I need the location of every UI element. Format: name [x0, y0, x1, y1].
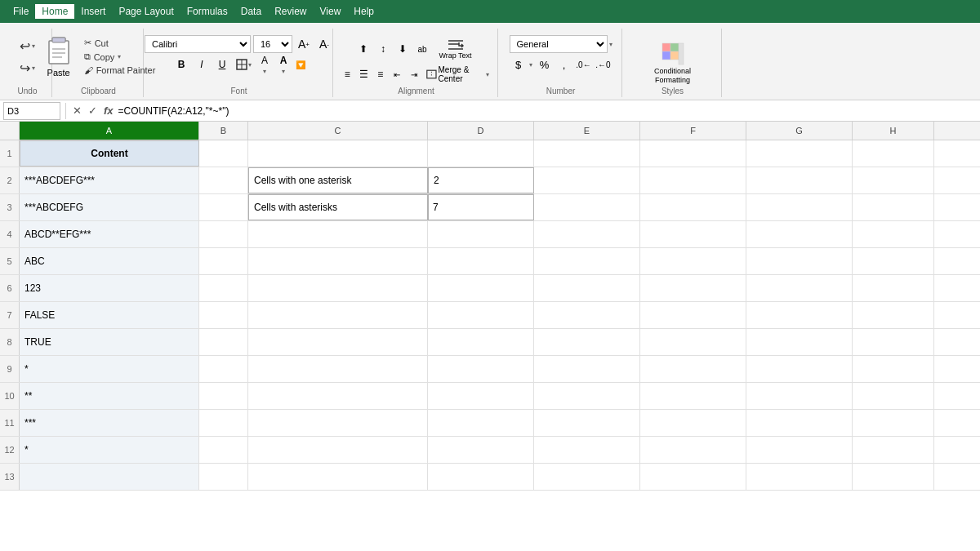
- align-bottom-button[interactable]: ⬇: [394, 40, 412, 58]
- paste-button[interactable]: Paste: [39, 33, 78, 79]
- grid-cell[interactable]: [248, 410, 428, 436]
- grid-cell[interactable]: [428, 464, 534, 490]
- grid-cell[interactable]: Content: [20, 140, 199, 167]
- grid-cell[interactable]: [534, 221, 640, 247]
- grid-cell[interactable]: [248, 329, 428, 355]
- grid-cell[interactable]: TRUE: [20, 329, 199, 355]
- grid-cell[interactable]: [199, 302, 248, 328]
- col-header-g[interactable]: G: [746, 122, 853, 140]
- redo-button[interactable]: ↪ ▾: [16, 59, 38, 78]
- grid-cell[interactable]: [853, 140, 934, 167]
- grid-cell[interactable]: [428, 302, 534, 328]
- grid-cell[interactable]: [534, 464, 640, 490]
- grid-cell[interactable]: [640, 302, 746, 328]
- grid-cell[interactable]: [199, 329, 248, 355]
- align-top-button[interactable]: ⬆: [354, 40, 372, 58]
- grid-cell[interactable]: [640, 167, 746, 193]
- formula-input[interactable]: [118, 102, 977, 120]
- grid-cell[interactable]: [746, 167, 853, 193]
- menu-page-layout[interactable]: Page Layout: [112, 4, 180, 19]
- grid-cell[interactable]: 7: [428, 194, 534, 220]
- fill-color-button[interactable]: A ▾: [256, 56, 273, 73]
- col-header-f[interactable]: F: [640, 122, 746, 140]
- grid-cell[interactable]: [428, 221, 534, 247]
- underline-button[interactable]: U: [213, 56, 231, 73]
- row-number[interactable]: 8: [0, 329, 20, 355]
- increase-font-button[interactable]: A+: [295, 35, 313, 53]
- grid-cell[interactable]: [199, 383, 248, 409]
- grid-cell[interactable]: ***: [20, 410, 199, 436]
- grid-cell[interactable]: [534, 275, 640, 301]
- grid-cell[interactable]: [199, 167, 248, 193]
- grid-cell[interactable]: [853, 248, 934, 274]
- grid-cell[interactable]: [248, 464, 428, 490]
- grid-cell[interactable]: [248, 383, 428, 409]
- grid-cell[interactable]: [428, 140, 534, 167]
- grid-cell[interactable]: [199, 140, 248, 167]
- grid-cell[interactable]: Cells with asterisks: [248, 194, 428, 220]
- grid-cell[interactable]: **: [20, 383, 199, 409]
- align-left-button[interactable]: ≡: [340, 65, 354, 83]
- grid-cell[interactable]: [640, 248, 746, 274]
- col-header-h[interactable]: H: [853, 122, 934, 140]
- grid-cell[interactable]: [853, 275, 934, 301]
- grid-cell[interactable]: [746, 383, 853, 409]
- grid-cell[interactable]: [428, 437, 534, 463]
- grid-cell[interactable]: [428, 329, 534, 355]
- grid-cell[interactable]: [853, 410, 934, 436]
- grid-cell[interactable]: [534, 302, 640, 328]
- grid-cell[interactable]: [248, 275, 428, 301]
- grid-cell[interactable]: [746, 329, 853, 355]
- increase-decimal-button[interactable]: .←0: [595, 56, 612, 73]
- menu-file[interactable]: File: [7, 4, 35, 19]
- grid-cell[interactable]: [534, 410, 640, 436]
- formula-fx-icon[interactable]: fx: [102, 103, 115, 118]
- grid-cell[interactable]: [746, 140, 853, 167]
- grid-cell[interactable]: [534, 167, 640, 193]
- row-number[interactable]: 10: [0, 383, 20, 409]
- cell-reference-box[interactable]: D3: [3, 102, 60, 120]
- grid-cell[interactable]: [853, 356, 934, 382]
- grid-cell[interactable]: [534, 248, 640, 274]
- grid-cell[interactable]: FALSE: [20, 302, 199, 328]
- text-orient-button[interactable]: ab: [413, 40, 431, 58]
- font-name-select[interactable]: Calibri: [145, 35, 251, 53]
- grid-cell[interactable]: [20, 464, 199, 490]
- grid-cell[interactable]: [199, 410, 248, 436]
- grid-cell[interactable]: [853, 221, 934, 247]
- row-number[interactable]: 1: [0, 140, 20, 167]
- grid-cell[interactable]: *: [20, 437, 199, 463]
- grid-cell[interactable]: [746, 356, 853, 382]
- grid-cell[interactable]: ABC: [20, 248, 199, 274]
- grid-cell[interactable]: [640, 437, 746, 463]
- grid-cell[interactable]: [640, 194, 746, 220]
- grid-cell[interactable]: [428, 410, 534, 436]
- grid-cell[interactable]: ***ABCDEFG***: [20, 167, 199, 193]
- menu-help[interactable]: Help: [347, 4, 381, 19]
- grid-cell[interactable]: [428, 248, 534, 274]
- grid-cell[interactable]: [640, 410, 746, 436]
- formula-check-icon[interactable]: ✓: [87, 103, 99, 118]
- decrease-indent-button[interactable]: ⇤: [390, 65, 404, 83]
- grid-cell[interactable]: [746, 464, 853, 490]
- row-number[interactable]: 7: [0, 302, 20, 328]
- col-header-b[interactable]: B: [199, 122, 248, 140]
- grid-cell[interactable]: [746, 437, 853, 463]
- grid-cell[interactable]: [534, 194, 640, 220]
- grid-cell[interactable]: [746, 302, 853, 328]
- grid-cell[interactable]: [640, 221, 746, 247]
- menu-formulas[interactable]: Formulas: [180, 4, 234, 19]
- row-number[interactable]: 12: [0, 437, 20, 463]
- row-number[interactable]: 2: [0, 167, 20, 193]
- grid-cell[interactable]: [746, 248, 853, 274]
- grid-cell[interactable]: [853, 302, 934, 328]
- menu-insert[interactable]: Insert: [74, 4, 112, 19]
- grid-cell[interactable]: [746, 275, 853, 301]
- grid-cell[interactable]: [640, 329, 746, 355]
- grid-cell[interactable]: [640, 140, 746, 167]
- grid-cell[interactable]: [248, 302, 428, 328]
- align-middle-button[interactable]: ↕: [374, 40, 392, 58]
- grid-cell[interactable]: 2: [428, 167, 534, 193]
- grid-cell[interactable]: [640, 383, 746, 409]
- grid-cell[interactable]: [199, 194, 248, 220]
